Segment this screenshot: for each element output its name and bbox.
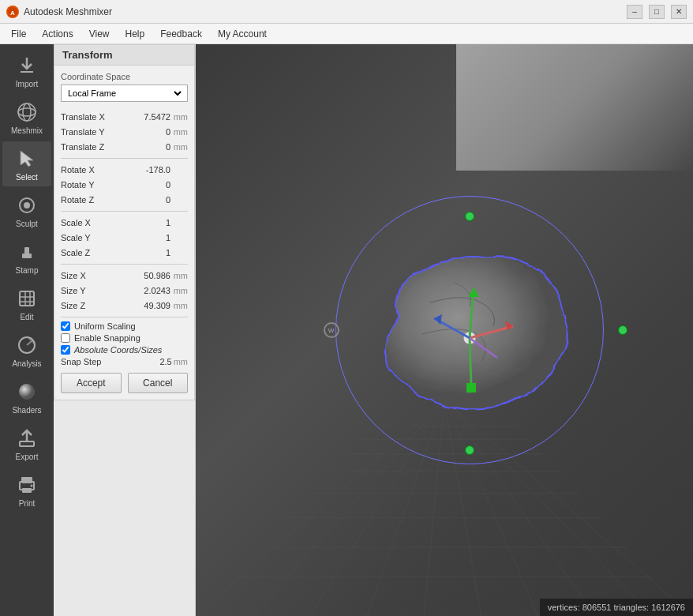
divider-3: [61, 264, 188, 265]
analysis-icon: [14, 332, 39, 358]
svg-rect-12: [20, 291, 34, 306]
param-size-y: Size Y 2.0243 mm: [61, 284, 188, 298]
cancel-button[interactable]: Cancel: [128, 373, 189, 393]
window-controls: – □ ✕: [627, 5, 687, 19]
sidebar-item-import[interactable]: Import: [2, 48, 51, 93]
export-label: Export: [16, 453, 39, 461]
edit-icon: [14, 286, 39, 311]
meshmix-icon: [14, 100, 39, 125]
shaders-label: Shaders: [12, 406, 41, 415]
svg-point-9: [24, 202, 30, 208]
import-icon: [14, 53, 39, 78]
svg-marker-7: [21, 151, 33, 167]
absolute-coords-row: Absolute Coords/Sizes: [61, 345, 188, 355]
titlebar: A Autodesk Meshmixer – □ ✕: [0, 0, 693, 24]
snap-step-value: 2.5: [148, 357, 172, 366]
panel-body: Coordinate Space Local Frame World Frame…: [54, 66, 194, 400]
absolute-coords-label: Absolute Coords/Sizes: [74, 345, 162, 355]
minimize-button[interactable]: –: [627, 5, 642, 19]
coord-space-select-wrapper[interactable]: Local Frame World Frame: [61, 85, 188, 102]
svg-rect-23: [20, 441, 34, 446]
svg-text:A: A: [10, 9, 15, 17]
rotation-indicator-left: W: [324, 322, 339, 338]
handle-bottom[interactable]: [465, 445, 474, 455]
viewport[interactable]: W vertices: 806551 triangles: 1612676: [196, 44, 693, 616]
svg-rect-26: [22, 488, 32, 493]
param-translate-z: Translate Z 0 mm: [61, 140, 188, 154]
svg-point-21: [19, 384, 35, 400]
svg-point-5: [18, 108, 36, 116]
sidebar-item-meshmix[interactable]: Meshmix: [2, 95, 51, 140]
statusbar-text: vertices: 806551 triangles: 1612676: [548, 603, 685, 612]
absolute-coords-checkbox[interactable]: [61, 345, 70, 355]
print-icon: [14, 472, 39, 498]
svg-line-18: [27, 341, 32, 345]
enable-snapping-label: Enable Snapping: [74, 333, 140, 343]
snap-step-row: Snap Step 2.5 mm: [61, 357, 188, 366]
shaders-icon: [14, 379, 39, 404]
sidebar-item-analysis[interactable]: Analysis: [2, 328, 51, 373]
menu-file[interactable]: File: [3, 24, 34, 43]
edit-label: Edit: [20, 313, 33, 321]
mesh-svg: [351, 239, 588, 421]
maximize-button[interactable]: □: [649, 5, 665, 19]
panel-title: Transform: [54, 45, 194, 66]
export-icon: [14, 426, 39, 451]
sidebar-item-stamp[interactable]: Stamp: [2, 235, 51, 280]
statusbar: vertices: 806551 triangles: 1612676: [540, 599, 693, 616]
sidebar-item-export[interactable]: Export: [2, 421, 51, 466]
import-label: Import: [16, 80, 38, 88]
sidebar-item-edit[interactable]: Edit: [2, 281, 51, 326]
svg-point-6: [23, 103, 31, 121]
menu-feedback[interactable]: Feedback: [152, 24, 210, 43]
gizmo-down-handle: [466, 383, 476, 393]
handle-right[interactable]: [618, 325, 627, 335]
snap-step-label: Snap Step: [61, 357, 148, 366]
menu-actions[interactable]: Actions: [34, 24, 81, 43]
divider-4: [61, 317, 188, 317]
close-button[interactable]: ✕: [671, 5, 687, 19]
stamp-label: Stamp: [16, 266, 39, 275]
sidebar-item-sculpt[interactable]: Sculpt: [2, 188, 51, 233]
param-rotate-z: Rotate Z 0: [61, 193, 188, 207]
main-layout: Import Meshmix Select: [0, 44, 693, 616]
param-scale-x: Scale X 1: [61, 216, 188, 230]
handle-top[interactable]: [465, 212, 474, 221]
sculpt-icon: [14, 193, 39, 218]
param-translate-x: Translate X 7.5472 mm: [61, 110, 188, 124]
svg-point-4: [18, 103, 36, 121]
sidebar-item-shaders[interactable]: Shaders: [2, 374, 51, 419]
print-label: Print: [19, 499, 36, 508]
3d-object-container: W: [320, 204, 620, 456]
enable-snapping-row: Enable Snapping: [61, 333, 188, 343]
divider-2: [61, 211, 188, 212]
accept-button[interactable]: Accept: [61, 373, 122, 393]
menu-account[interactable]: My Account: [210, 24, 275, 43]
app-icon: A: [6, 6, 19, 18]
transform-panel: Transform Coordinate Space Local Frame W…: [54, 44, 195, 400]
snap-step-unit: mm: [174, 357, 188, 366]
select-label: Select: [16, 173, 38, 182]
uniform-scaling-checkbox[interactable]: [61, 321, 70, 331]
viewport-surface-area: [456, 44, 693, 171]
param-rotate-y: Rotate Y 0: [61, 178, 188, 192]
menu-view[interactable]: View: [81, 24, 118, 43]
uniform-scaling-label: Uniform Scaling: [74, 321, 136, 331]
app-title: Autodesk Meshmixer: [24, 6, 627, 17]
divider-1: [61, 158, 188, 159]
param-translate-y: Translate Y 0 mm: [61, 125, 188, 139]
analysis-label: Analysis: [12, 359, 41, 368]
enable-snapping-checkbox[interactable]: [61, 333, 70, 343]
sidebar: Import Meshmix Select: [0, 44, 54, 616]
sculpt-label: Sculpt: [16, 220, 38, 228]
menubar: File Actions View Help Feedback My Accou…: [0, 24, 693, 44]
param-size-x: Size X 50.986 mm: [61, 269, 188, 283]
sidebar-item-select[interactable]: Select: [2, 141, 51, 186]
coord-space-dropdown[interactable]: Local Frame World Frame: [65, 88, 184, 99]
sidebar-item-print[interactable]: Print: [2, 468, 51, 513]
param-scale-z: Scale Z 1: [61, 246, 188, 260]
stamp-icon: [14, 239, 39, 265]
panel-area: Transform Coordinate Space Local Frame W…: [54, 44, 196, 616]
uniform-scaling-row: Uniform Scaling: [61, 321, 188, 331]
menu-help[interactable]: Help: [118, 24, 153, 43]
